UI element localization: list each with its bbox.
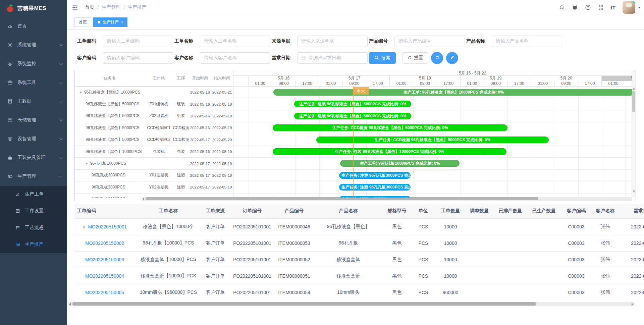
table-row[interactable]: MO20220515000296孔孔板【10000】PCS客户订单PO20220… [74, 235, 644, 251]
tab-生产排产[interactable]: 生产排产× [93, 17, 127, 27]
gantt-task-row[interactable]: ▼96孔移液盒【黑色】10000PCS2022-05-162022-05-21 [75, 87, 233, 98]
gantt-bar-order[interactable]: 生产工单: 96孔移液盒【黑色】10000PCS 完成比例: 0% [273, 89, 632, 96]
sidebar-item-system-monitor[interactable]: 系统监控 [0, 54, 67, 73]
tree-expand-caret[interactable]: ▼ [79, 91, 82, 94]
gantt-hour-cell: 09:00 [272, 81, 296, 86]
gantt-bar-order[interactable]: 生产工单: 96孔孔板10000PCS 完成比例: 0% [340, 160, 460, 167]
gantt-bar-task[interactable]: 生产任务: 注塑 96孔孔板3000PCS 完成比例: 0% [339, 196, 411, 198]
table-column-header: 单位 [410, 204, 437, 218]
row-expand-caret[interactable]: ∨ [83, 225, 86, 229]
sidebar-item-system-mgmt[interactable]: 系统管理 [0, 36, 67, 54]
gantt-task-row[interactable]: 96孔移液盒【黑色】5000PCSCCD检测#01CCD检测2022-05-16… [75, 122, 233, 134]
breadcrumb-item[interactable]: 首页 [85, 4, 94, 10]
gantt-column-header: 工序 [173, 75, 189, 81]
cell-item: ITEM00000052 [276, 251, 313, 268]
cell-qty: 10000 [437, 235, 464, 251]
table-row[interactable]: MO202205150003移液盒盒体【10000】PCS客户订单PO20220… [74, 251, 644, 268]
gantt-column-header: 任务名 [75, 75, 145, 81]
layers-icon [7, 136, 13, 142]
sidebar-item-fixture-mgmt[interactable]: 工装夹具管理 [0, 148, 67, 167]
text-input[interactable]: 请输入来源单据 [297, 36, 368, 47]
work-order-link[interactable]: MO202205150002 [85, 240, 124, 246]
cell-source: 客户订单 [202, 235, 229, 251]
text-input[interactable]: 请输入客户编码 [103, 52, 173, 64]
fullscreen-icon[interactable] [598, 5, 604, 10]
tab-bar: 首页生产排产× [67, 15, 644, 30]
breadcrumb-item[interactable]: 生产排产 [128, 4, 147, 10]
gantt-task-row[interactable]: 96孔移液盒【黑色】5000PCSZ02组装机组装2022-05-162022-… [75, 110, 233, 122]
table-column-header: 产品名称 [313, 204, 384, 218]
dashboard-icon [7, 23, 13, 29]
gantt-hour-cell: 09:00 [555, 81, 578, 86]
cell-adj [464, 235, 494, 251]
user-menu[interactable] [623, 1, 641, 14]
filter-field: 来源单据请输入来源单据 [272, 36, 369, 47]
gantt-task-row[interactable]: ▼96孔孔板10000PCS2022-05-172022-05-19 [75, 158, 233, 169]
cell-spec: 黑色 [384, 284, 410, 298]
font-size-icon[interactable]: tT [611, 5, 615, 10]
sidebar-item-production-schedule[interactable]: 生产排产 [0, 236, 67, 253]
gantt-task-row[interactable]: 96孔移液盒【黑色】5000PCSCCD检测#02CCD检测2022-05-17… [75, 134, 233, 146]
github-icon[interactable] [572, 4, 578, 10]
cell-name: 移液盒盒体【10000】PCS [135, 251, 202, 268]
gantt-hour-cell: 01:00 [319, 81, 343, 86]
gantt-task-row[interactable]: 96孔孔板3000PCSY01注塑机注塑2022-05-172022-05-18 [75, 170, 233, 181]
sidebar-item-warehouse-mgmt[interactable]: 仓储管理 [0, 111, 67, 129]
sidebar-item-system-tools[interactable]: 系统工具 [0, 73, 67, 92]
avatar[interactable] [623, 1, 635, 14]
search-icon[interactable] [559, 5, 565, 10]
gantt-hour-cell: 17:00 [366, 81, 390, 86]
calendar-icon [301, 56, 306, 60]
cell-name: 移液盒【黑色】10000个 [135, 218, 202, 235]
gantt-bar-task[interactable]: 生产任务: 注塑 96孔孔板3000PCS 完成比例: 0% [339, 184, 411, 191]
close-icon[interactable]: × [121, 20, 123, 24]
cell-product: 移液盒盒体 [313, 251, 384, 268]
work-order-link[interactable]: MO202205150003 [85, 257, 124, 262]
reset-button[interactable]: 重置 [402, 52, 428, 64]
cell-due: 2022-05-22 [620, 251, 644, 268]
breadcrumb-item[interactable]: 生产管理 [102, 4, 120, 10]
start-date: 2022-05-17 [189, 185, 211, 189]
sidebar-item-process-setting[interactable]: 工序设置 [0, 203, 67, 219]
table-column-header: 工单名称 [135, 204, 202, 218]
gantt-bar-task[interactable]: 生产任务: CCD检测 96孔移液盒【黑色】5000PCS 完成比例: 0% [273, 124, 507, 131]
table-row[interactable]: MO20220515000510mm吸头【960000】PCS客户订单PO202… [74, 284, 644, 298]
sidebar-item-production-mgmt[interactable]: 生产管理 [0, 167, 67, 186]
gantt-task-row[interactable]: 96孔孔板3000PCSY02注塑机注塑2022-05-172022-05-18 [75, 181, 233, 193]
work-order-link[interactable]: MO202205150005 [85, 290, 124, 295]
table-row[interactable]: ∨MO202205150001移液盒【黑色】10000个客户订单PO202205… [74, 218, 644, 235]
help-icon[interactable] [585, 4, 591, 10]
work-order-link[interactable]: MO202205150001 [88, 224, 127, 229]
sidebar-item-home[interactable]: 首页 [0, 17, 67, 36]
search-button[interactable]: 搜索 [369, 52, 396, 64]
text-input[interactable]: 请输入产品名称 [492, 36, 562, 47]
work-order-link[interactable]: MO202205150004 [85, 273, 124, 279]
gantt-bar-task[interactable]: 生产任务: CCD检测 96孔移液盒【黑色】5000PCS 完成比例: 0% [316, 137, 549, 143]
gantt-bar-task[interactable]: 生产任务: 包装 96孔移液盒【黑色】10000PCS 完成比例: 0% [273, 148, 506, 155]
table-row[interactable]: MO202205150004移液盒盒盖【10000】PCS客户订单PO20220… [74, 268, 644, 284]
sidebar-item-production-order[interactable]: 生产工单 [0, 186, 67, 203]
tree-expand-caret[interactable]: ▼ [86, 162, 88, 165]
sidebar-item-equipment-mgmt[interactable]: 设备管理 [0, 129, 67, 148]
filter-label: 工单名称 [174, 38, 197, 44]
gantt-task-row[interactable]: 96孔移液盒【黑色】10000PCS包装机包装2022-05-162022-05… [75, 146, 233, 158]
date-picker-input[interactable]: 请选择需求日期 [297, 52, 368, 64]
text-input[interactable]: 请输入产品编号 [394, 36, 465, 47]
edit-schedule-button[interactable] [446, 52, 458, 64]
sidebar-collapse-icon[interactable] [72, 4, 78, 11]
pen-icon [450, 55, 455, 61]
cell-product: 96孔孔板 [313, 235, 384, 251]
cell-produced [526, 218, 561, 235]
text-input[interactable]: 请输入工单编码 [103, 36, 173, 47]
sidebar-item-process-flow[interactable]: 工艺流程 [0, 219, 67, 236]
start-date: 2022-05-17 [189, 138, 211, 142]
text-input[interactable]: 请输入工单名称 [200, 36, 270, 47]
table-horizontal-scrollbar[interactable] [68, 302, 635, 306]
sync-button[interactable] [431, 52, 443, 64]
gantt-task-row[interactable]: 96孔移液盒【黑色】5000PCSZ01组装机组装2022-05-162022-… [75, 98, 233, 110]
gantt-bar-task[interactable]: 生产任务: 注塑 96孔孔板3000PCS 完成比例: 0% [339, 172, 411, 179]
tab-首页[interactable]: 首页 [74, 17, 91, 27]
text-input[interactable]: 请输入客户名称 [200, 52, 270, 64]
sidebar-item-master-data[interactable]: 主数据 [0, 92, 67, 111]
filter-field: 客户编码请输入客户编码 [77, 52, 174, 64]
